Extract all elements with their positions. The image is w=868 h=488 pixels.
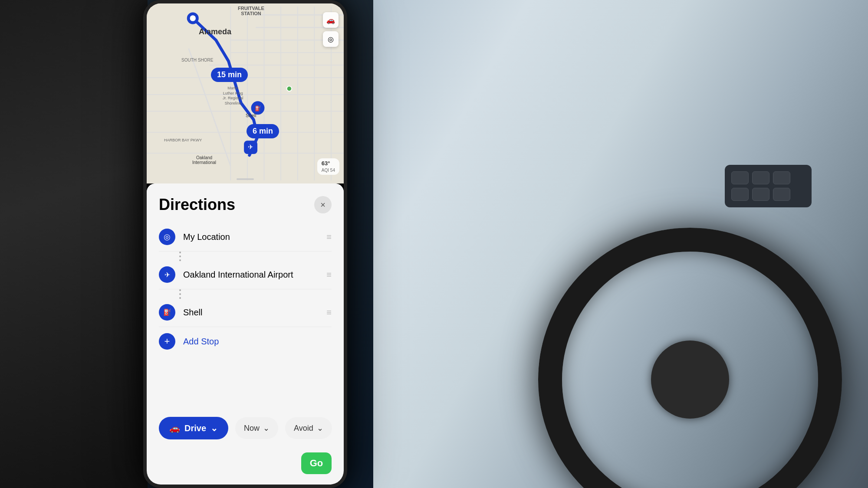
route-svg: ⛽ ✈: [147, 3, 344, 183]
pull-handle[interactable]: [237, 178, 254, 180]
dashboard-controls: [725, 165, 812, 214]
connector-dots-2: [159, 289, 332, 298]
fruitvale-map-label: FRUITVALESTATION: [238, 6, 264, 16]
bg-left-interior: [0, 0, 148, 488]
close-button[interactable]: ×: [314, 196, 332, 213]
time-bubble-15min: 15 min: [211, 68, 248, 82]
waypoint-airport-text: Oakland International Airport: [183, 270, 319, 280]
weather-badge: 63° AQI 54: [317, 158, 339, 175]
location-icon: ◎: [159, 229, 175, 245]
drive-icon: 🚗: [169, 423, 180, 433]
add-stop-icon: +: [159, 333, 175, 350]
harbor-label: HARBOR BAY PKWY: [164, 138, 202, 142]
waypoint-shell[interactable]: ⛽ Shell ≡: [159, 298, 332, 327]
airport-map-label: OaklandInternational: [192, 155, 216, 165]
drag-handle-1[interactable]: ≡: [326, 270, 332, 279]
drive-button[interactable]: 🚗 Drive ⌄: [159, 417, 228, 439]
action-bar: 🚗 Drive ⌄ Now ⌄ Avoid ⌄: [147, 417, 344, 439]
waypoint-add-stop-text: Add Stop: [183, 337, 332, 347]
south-shore-label: SOUTH SHORE: [181, 58, 213, 62]
waypoint-my-location-text: My Location: [183, 232, 319, 242]
drive-label: Drive: [184, 423, 206, 433]
now-chevron-icon: ⌄: [263, 423, 270, 433]
directions-panel: Directions × ◎ My Location ≡: [147, 183, 344, 488]
go-label: Go: [310, 458, 323, 469]
waypoint-add-stop[interactable]: + Add Stop: [159, 327, 332, 356]
connector-dots-1: [159, 252, 332, 260]
weather-aqi: AQI 54: [322, 168, 335, 173]
fuel-icon: ⛽: [159, 304, 175, 321]
plane-icon: ✈: [159, 266, 175, 283]
svg-point-19: [190, 15, 196, 21]
avoid-label: Avoid: [294, 424, 313, 433]
waypoint-shell-text: Shell: [183, 308, 319, 318]
map-controls: 🚗 ◎: [323, 12, 339, 47]
map-area[interactable]: ⛽ ✈ Alameda FRUITVALESTATION SOUTH SHORE…: [147, 3, 344, 183]
car-view-button[interactable]: 🚗: [323, 12, 339, 28]
waypoint-airport[interactable]: ✈ Oakland International Airport ≡: [159, 260, 332, 289]
waypoint-my-location[interactable]: ◎ My Location ≡: [159, 223, 332, 252]
phone-container: ⛽ ✈ Alameda FRUITVALESTATION SOUTH SHORE…: [143, 0, 347, 488]
weather-temp: 63°: [322, 160, 330, 167]
panel-title: Directions: [159, 196, 235, 214]
waypoints-list: ◎ My Location ≡ ✈ Oakland International …: [147, 223, 344, 356]
avoid-chevron-icon: ⌄: [317, 423, 323, 433]
drag-handle-0[interactable]: ≡: [326, 233, 332, 241]
svg-line-17: [189, 49, 231, 166]
avoid-button[interactable]: Avoid ⌄: [285, 417, 332, 439]
go-button[interactable]: Go: [301, 452, 332, 474]
now-button[interactable]: Now ⌄: [235, 417, 278, 439]
svg-text:⛽: ⛽: [255, 105, 261, 111]
location-button[interactable]: ◎: [323, 31, 339, 47]
svg-point-24: [287, 86, 292, 92]
bg-right-dashboard: [373, 0, 868, 488]
drive-chevron-icon: ⌄: [210, 423, 218, 433]
drag-handle-2[interactable]: ≡: [326, 308, 332, 317]
now-label: Now: [244, 424, 260, 433]
martin-luther-label: MartinLuther KingJr. RegionalShoreline: [223, 86, 243, 106]
svg-text:✈: ✈: [248, 143, 253, 151]
alameda-map-label: Alameda: [199, 27, 231, 36]
shell-map-label: Shell: [246, 113, 256, 118]
steering-wheel: [538, 228, 842, 488]
phone-frame: ⛽ ✈ Alameda FRUITVALESTATION SOUTH SHORE…: [143, 0, 347, 488]
panel-header: Directions ×: [147, 183, 344, 223]
time-bubble-6min: 6 min: [247, 124, 279, 138]
